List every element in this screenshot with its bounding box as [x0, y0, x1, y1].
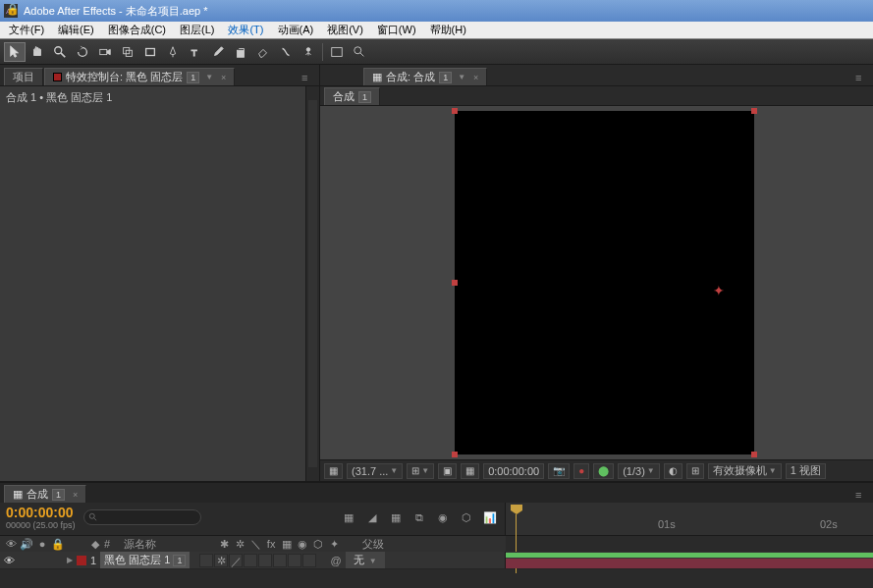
search-input[interactable] [83, 509, 201, 525]
lock-col-icon[interactable]: 🔒 [51, 537, 65, 551]
views-dropdown[interactable]: 1 视图 [786, 463, 826, 479]
solo-col-icon[interactable]: ● [35, 537, 49, 551]
menu-edit[interactable]: 编辑(E) [51, 22, 101, 38]
eraser-tool[interactable] [252, 42, 274, 62]
layer-color-swatch[interactable] [77, 556, 86, 565]
menu-effect[interactable]: 效果(T) [221, 22, 270, 38]
rectangle-tool[interactable] [139, 42, 161, 62]
switch-collapse[interactable]: ✲ [214, 554, 228, 567]
workspace-icon[interactable] [326, 42, 348, 62]
switch-icon[interactable]: ✦ [327, 537, 341, 551]
scrollbar[interactable] [305, 86, 319, 481]
menu-animation[interactable]: 动画(A) [271, 22, 321, 38]
roto-tool[interactable] [275, 42, 297, 62]
col-source[interactable]: 源名称 [124, 537, 156, 552]
exposure-icon[interactable]: ◐ [664, 463, 682, 479]
viewer-canvas-area[interactable]: ✦ [320, 106, 873, 459]
color-mgmt-icon[interactable]: ⬤ [593, 463, 614, 479]
draft3d-icon[interactable]: ▦ [387, 508, 405, 526]
anchor-point-icon[interactable]: ✦ [713, 283, 725, 298]
transparency-icon[interactable]: ▦ [461, 463, 479, 479]
switch-quality[interactable]: ／ [229, 554, 243, 567]
handle-ml[interactable] [452, 280, 458, 286]
menu-help[interactable]: 帮助(H) [423, 22, 473, 38]
pan-behind-tool[interactable] [117, 42, 138, 62]
current-time[interactable]: 0:00:00:00 [483, 463, 544, 479]
tab-project[interactable]: 项目 [4, 68, 43, 85]
pen-tool[interactable] [162, 42, 184, 62]
zoom-tool[interactable] [49, 42, 71, 62]
timecode[interactable]: 0:00:00:00 [6, 505, 76, 520]
switch-icon[interactable]: ⬡ [311, 537, 325, 551]
text-tool[interactable]: T [185, 42, 206, 62]
search-help-icon[interactable] [349, 42, 370, 62]
label-col-icon[interactable]: ◆ [88, 537, 102, 551]
switch-adj[interactable] [288, 554, 301, 567]
close-icon[interactable]: × [473, 73, 478, 82]
parent-dropdown[interactable]: 无 ▼ [346, 552, 385, 568]
clone-tool[interactable] [230, 42, 251, 62]
parent-pickwhip-icon[interactable]: @ [330, 555, 341, 566]
res-ratio[interactable]: (1/3)▼ [618, 463, 660, 479]
switch-icon[interactable]: ＼ [248, 537, 262, 551]
menu-layer[interactable]: 图层(L) [173, 22, 221, 38]
switch-icon[interactable]: ✲ [233, 537, 246, 551]
menu-window[interactable]: 窗口(W) [370, 22, 423, 38]
switch-fx[interactable] [244, 554, 257, 567]
comp-mini-icon[interactable]: ▦ [340, 508, 357, 526]
handle-tl[interactable] [452, 108, 458, 114]
chevron-down-icon[interactable]: ▼ [205, 73, 213, 81]
camera-tool[interactable] [94, 42, 116, 62]
selection-tool[interactable] [4, 42, 26, 62]
graph-editor-icon[interactable]: 📊 [481, 508, 499, 526]
col-parent[interactable]: 父级 [362, 537, 384, 552]
switch-icon[interactable]: ✱ [217, 537, 231, 551]
switch-icon[interactable]: ▦ [280, 537, 294, 551]
lock-icon[interactable]: 🔒 [6, 3, 20, 16]
menu-file[interactable]: 文件(F) [2, 22, 51, 38]
col-num[interactable]: # [104, 538, 110, 550]
layer-duration-bar[interactable] [506, 553, 873, 558]
roi-icon[interactable]: ▣ [438, 463, 457, 479]
panel-menu-icon[interactable]: ≡ [855, 72, 869, 85]
visibility-toggle[interactable]: 👁 [4, 555, 18, 566]
motion-blur-icon[interactable]: ◉ [434, 508, 452, 526]
switch-shy[interactable] [199, 554, 213, 567]
resolution-dropdown[interactable]: ⊞▼ [407, 463, 434, 479]
composition-canvas[interactable]: ✦ [455, 111, 754, 454]
panel-menu-icon[interactable]: ≡ [855, 489, 869, 503]
handle-tr[interactable] [751, 108, 757, 114]
menu-composition[interactable]: 图像合成(C) [101, 22, 173, 38]
switch-icon[interactable]: fx [264, 537, 278, 551]
speaker-col-icon[interactable]: 🔊 [20, 537, 33, 551]
eye-col-icon[interactable]: 👁 [4, 537, 18, 551]
menu-view[interactable]: 视图(V) [320, 22, 370, 38]
layer-bar-area[interactable] [506, 552, 873, 568]
handle-br[interactable] [751, 452, 757, 457]
camera-dropdown[interactable]: 有效摄像机▼ [708, 463, 782, 479]
tab-composition[interactable]: ▦ 合成: 合成 1 ▼ × [363, 68, 487, 85]
close-icon[interactable]: × [221, 73, 226, 82]
subtab-composition[interactable]: 合成 1 [324, 87, 380, 105]
switch-icon[interactable]: ◉ [296, 537, 309, 551]
handle-bl[interactable] [452, 452, 458, 457]
panel-menu-icon[interactable]: ≡ [301, 72, 315, 85]
tab-effect-controls[interactable]: 特效控制台: 黑色 固态层 1 ▼ × [44, 68, 235, 85]
zoom-dropdown[interactable]: (31.7 ...▼ [347, 463, 403, 479]
puppet-tool[interactable] [298, 42, 319, 62]
channel-icon[interactable]: ● [573, 463, 589, 479]
timeline-tab[interactable]: ▦ 合成 1 × [4, 485, 86, 503]
hand-tool[interactable] [27, 42, 48, 62]
always-preview-icon[interactable]: ▦ [324, 463, 343, 479]
close-icon[interactable]: × [73, 490, 78, 500]
rotate-tool[interactable] [72, 42, 93, 62]
time-ruler[interactable]: 01s 02s [506, 503, 873, 536]
layer-name[interactable]: 黑色 固态层 1 1 [100, 552, 190, 568]
expand-icon[interactable]: ▶ [67, 556, 73, 564]
layer-row[interactable]: 👁 ▶ 1 黑色 固态层 1 1 ✲ ／ @ 无 ▼ [0, 552, 873, 569]
switch-mb[interactable] [273, 554, 287, 567]
brainstorm-icon[interactable]: ⬡ [458, 508, 475, 526]
snapshot-icon[interactable]: 📷 [548, 463, 570, 479]
shy-icon[interactable]: ◢ [363, 508, 381, 526]
frame-blend-icon[interactable]: ⧉ [410, 508, 428, 526]
